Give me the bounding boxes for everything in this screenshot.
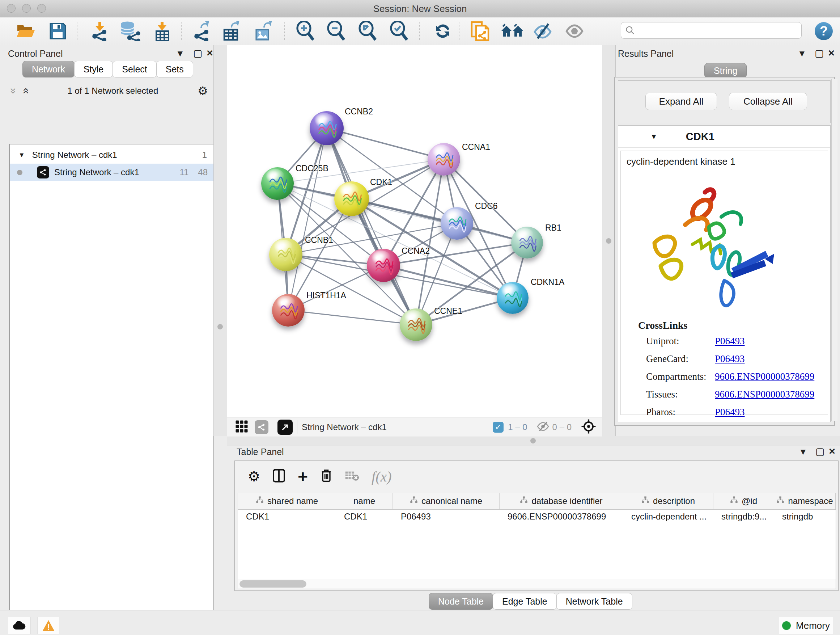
table-horizontal-scrollbar[interactable]: [238, 579, 836, 589]
network-node-CDK1[interactable]: [334, 181, 369, 216]
tab-string[interactable]: String: [704, 63, 747, 78]
scrollbar-thumb[interactable]: [240, 580, 306, 587]
left-splitter[interactable]: [213, 45, 227, 436]
crosslink-link[interactable]: P06493: [715, 336, 745, 347]
results-panel-collapse-icon[interactable]: ▼: [798, 49, 806, 59]
show-column-icon[interactable]: [272, 469, 286, 485]
create-column-plus-icon[interactable]: +: [298, 467, 308, 486]
expand-all-networks-icon[interactable]: »: [19, 88, 30, 94]
right-splitter[interactable]: [602, 45, 616, 436]
table-cell[interactable]: cyclin-dependent ...: [623, 510, 714, 524]
column-header-name[interactable]: name: [336, 493, 393, 509]
zoom-selected-region-icon[interactable]: [389, 21, 409, 42]
apply-preferred-layout-icon[interactable]: [433, 21, 452, 42]
crosslink-link[interactable]: 9606.ENSP00000378699: [715, 371, 814, 382]
collapse-all-networks-icon[interactable]: »: [8, 88, 19, 94]
hidden-eye-icon[interactable]: [537, 421, 549, 433]
import-network-database-icon[interactable]: [118, 21, 142, 42]
column-header-database-identifier[interactable]: database identifier: [500, 493, 623, 509]
save-session-icon[interactable]: [48, 21, 68, 42]
network-node-RB1[interactable]: [511, 226, 543, 258]
warning-button[interactable]: [38, 617, 59, 634]
tab-select[interactable]: Select: [112, 61, 156, 78]
table-options-gear-icon[interactable]: ⚙: [248, 469, 260, 485]
crosslink-link[interactable]: 9606.ENSP00000378699: [715, 389, 814, 400]
tab-edge-table[interactable]: Edge Table: [493, 593, 557, 610]
table-cell[interactable]: P06493: [393, 510, 500, 524]
results-scrollbar[interactable]: [831, 79, 837, 421]
network-collection-row[interactable]: ▼ String Network – cdk1 1: [10, 146, 213, 164]
tab-sets[interactable]: Sets: [156, 61, 193, 78]
clone-network-icon[interactable]: [470, 21, 491, 42]
crosslink-link[interactable]: P06493: [715, 407, 745, 418]
cloud-button[interactable]: [8, 617, 30, 634]
delete-table-icon[interactable]: [345, 470, 359, 483]
detach-view-icon[interactable]: [278, 420, 293, 435]
hide-selected-icon[interactable]: [532, 21, 553, 42]
collection-expand-icon[interactable]: ▼: [19, 151, 25, 159]
network-node-CDC6[interactable]: [441, 207, 473, 240]
export-image-icon[interactable]: [253, 21, 273, 42]
expand-all-button[interactable]: Expand All: [645, 93, 717, 110]
zoom-in-icon[interactable]: [295, 21, 316, 42]
splitter-handle[interactable]: [606, 238, 611, 244]
grid-view-icon[interactable]: [235, 420, 248, 434]
open-session-icon[interactable]: [14, 21, 38, 42]
column-header-shared-name[interactable]: shared name: [238, 493, 336, 509]
table-cell[interactable]: stringdb: [774, 510, 836, 524]
fit-selected-crosshair-icon[interactable]: [581, 419, 596, 435]
results-panel-close-icon[interactable]: ✕: [828, 48, 835, 58]
search-input[interactable]: [635, 25, 801, 36]
table-panel-collapse-icon[interactable]: ▼: [799, 447, 807, 457]
network-node-HIST1H1A[interactable]: [272, 294, 305, 326]
crosslink-link[interactable]: P06493: [715, 353, 745, 364]
network-node-CCNA2[interactable]: [367, 249, 400, 282]
table-cell[interactable]: 9606.ENSP00000378699: [500, 510, 623, 524]
column-header-canonical-name[interactable]: canonical name: [393, 493, 500, 509]
delete-column-trash-icon[interactable]: [320, 469, 332, 485]
column-header-@id[interactable]: @id: [714, 493, 774, 509]
memory-button[interactable]: Memory: [779, 617, 833, 634]
import-network-file-icon[interactable]: [89, 21, 110, 42]
tab-node-table[interactable]: Node Table: [429, 593, 493, 610]
network-node-CCNB2[interactable]: [309, 111, 344, 145]
export-network-icon[interactable]: [191, 21, 212, 42]
results-panel-float-icon[interactable]: ▢: [815, 48, 824, 59]
show-all-icon[interactable]: [564, 21, 584, 42]
tab-network-table[interactable]: Network Table: [556, 593, 632, 610]
network-node-CDC25B[interactable]: [261, 167, 294, 200]
first-neighbors-icon[interactable]: [499, 21, 525, 42]
tab-style[interactable]: Style: [74, 61, 113, 78]
control-panel-close-icon[interactable]: ✕: [206, 48, 213, 58]
table-cell[interactable]: stringdb:9...: [714, 510, 774, 524]
table-cell[interactable]: CDK1: [238, 510, 336, 524]
column-header-namespace[interactable]: namespace: [774, 493, 836, 509]
table-panel-float-icon[interactable]: ▢: [815, 446, 825, 457]
network-edge[interactable]: [384, 265, 513, 298]
network-node-CDKN1A[interactable]: [497, 282, 529, 314]
network-view-share-icon[interactable]: [255, 420, 268, 434]
network-options-gear-icon[interactable]: ⚙: [197, 84, 208, 98]
network-node-CCNE1[interactable]: [400, 309, 432, 341]
splitter-handle[interactable]: [218, 324, 223, 329]
function-builder-icon[interactable]: f(x): [371, 468, 392, 485]
network-edge[interactable]: [327, 128, 444, 159]
protein-header-row[interactable]: ▼ CDK1: [618, 126, 830, 148]
export-table-icon[interactable]: [221, 21, 242, 42]
network-node-CCNA1[interactable]: [428, 143, 460, 176]
protein-collapse-icon[interactable]: ▼: [650, 132, 658, 141]
control-panel-float-icon[interactable]: ▢: [193, 48, 202, 59]
network-edge[interactable]: [288, 128, 327, 310]
network-edge[interactable]: [288, 310, 416, 325]
zoom-out-icon[interactable]: [326, 21, 346, 42]
table-cell[interactable]: CDK1: [336, 510, 393, 524]
splitter-handle[interactable]: [531, 438, 536, 443]
help-button[interactable]: ?: [813, 21, 835, 42]
control-panel-collapse-icon[interactable]: ▼: [176, 49, 185, 59]
selected-checkbox-icon[interactable]: ✓: [493, 422, 504, 432]
zoom-fit-content-icon[interactable]: [357, 21, 378, 42]
import-table-file-icon[interactable]: [153, 21, 172, 42]
network-row[interactable]: String Network – cdk1 11 48: [10, 164, 213, 181]
collapse-all-button[interactable]: Collapse All: [729, 93, 807, 110]
tab-network[interactable]: Network: [22, 61, 74, 78]
